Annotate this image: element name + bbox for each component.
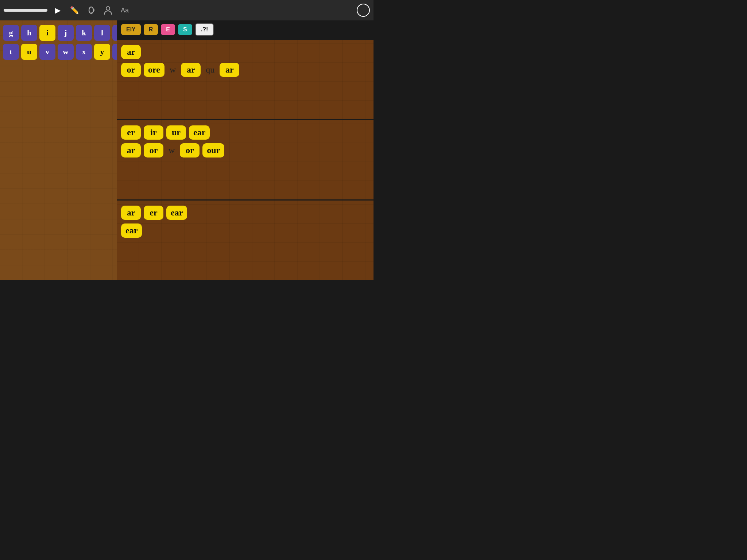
person-icon[interactable] xyxy=(101,4,115,17)
key-v[interactable]: v xyxy=(39,44,55,60)
tile-ear-2-1-0[interactable]: ear xyxy=(121,223,142,238)
info-button[interactable] xyxy=(357,4,370,17)
key-l[interactable]: l xyxy=(94,25,110,41)
tile-ear-2-0-2[interactable]: ear xyxy=(166,206,187,220)
word-row-1-2: ororewarquar xyxy=(121,63,369,77)
filter-btn-r[interactable]: R xyxy=(144,24,158,35)
tile-or-1-1-3[interactable]: or xyxy=(180,143,200,158)
keyboard-row-1: ghijklm xyxy=(3,25,114,41)
keyboard-row-2: tuvwxyz xyxy=(3,44,114,60)
right-panel: EIYRES.?! arororewarquarerirureararorwor… xyxy=(117,20,374,280)
tile-our-1-1-4[interactable]: our xyxy=(202,143,224,158)
tile-ear-1-0-3[interactable]: ear xyxy=(189,125,210,140)
text-w-0-1-2: w xyxy=(167,65,178,75)
text-qu-0-1-4: qu xyxy=(204,65,217,75)
word-row-1-1: ar xyxy=(121,45,369,59)
filter-btn-punc[interactable]: .?! xyxy=(195,23,214,36)
tile-or-1-1-1[interactable]: or xyxy=(144,143,163,158)
key-g[interactable]: g xyxy=(3,25,19,41)
tile-ur-1-0-2[interactable]: ur xyxy=(166,125,186,140)
arrow-icon[interactable]: ▶ xyxy=(51,4,64,17)
key-i[interactable]: i xyxy=(39,25,55,41)
tile-ore-0-1-1[interactable]: ore xyxy=(144,63,165,77)
key-y[interactable]: y xyxy=(94,44,110,60)
text-w-1-1-2: w xyxy=(166,145,177,155)
filter-row: EIYRES.?! xyxy=(117,20,374,39)
tile-ir-1-0-1[interactable]: ir xyxy=(144,125,163,140)
key-k[interactable]: k xyxy=(76,25,92,41)
filter-btn-e[interactable]: E xyxy=(161,24,175,35)
key-u[interactable]: u xyxy=(21,44,37,60)
key-x[interactable]: x xyxy=(76,44,92,60)
word-row-3-1: arerear xyxy=(121,206,369,220)
tile-ar-0-0-0[interactable]: ar xyxy=(121,45,141,59)
tile-er-1-0-0[interactable]: er xyxy=(121,125,141,140)
svg-point-1 xyxy=(90,12,92,14)
toolbar-right xyxy=(357,4,370,17)
font-icon[interactable]: Aa xyxy=(118,4,131,17)
svg-point-2 xyxy=(106,7,110,10)
key-j[interactable]: j xyxy=(58,25,74,41)
tile-ar-0-1-3[interactable]: ar xyxy=(181,63,201,77)
pencil-icon[interactable]: ✏️ xyxy=(68,4,81,17)
word-sections: arororewarquarerirureararorworourarerear… xyxy=(117,39,374,280)
tile-or-0-1-0[interactable]: or xyxy=(121,63,141,77)
tile-ar-0-1-5[interactable]: ar xyxy=(220,63,239,77)
keyboard-panel: ghijklm tuvwxyz xyxy=(0,20,117,280)
key-t[interactable]: t xyxy=(3,44,19,60)
word-row-3-2: ear xyxy=(121,223,369,238)
word-section-3: arerearear xyxy=(117,199,374,280)
ear-icon[interactable] xyxy=(85,4,98,17)
word-row-2-2: arorworour xyxy=(121,143,369,158)
filter-btn-eiy[interactable]: EIY xyxy=(121,24,141,35)
builder-label xyxy=(4,9,47,12)
main-content: ghijklm tuvwxyz EIYRES.?! arororewarquar… xyxy=(0,20,374,280)
tile-er-2-0-1[interactable]: er xyxy=(144,206,163,220)
filter-btn-s[interactable]: S xyxy=(178,24,192,35)
key-w[interactable]: w xyxy=(58,44,74,60)
toolbar: ▶ ✏️ Aa xyxy=(0,0,374,20)
tile-ar-1-1-0[interactable]: ar xyxy=(121,143,141,158)
key-h[interactable]: h xyxy=(21,25,37,41)
word-section-1: arororewarquar xyxy=(117,39,374,119)
word-section-2: erirureararorworour xyxy=(117,119,374,200)
tile-ar-2-0-0[interactable]: ar xyxy=(121,206,141,220)
word-row-2-1: erirurear xyxy=(121,125,369,140)
